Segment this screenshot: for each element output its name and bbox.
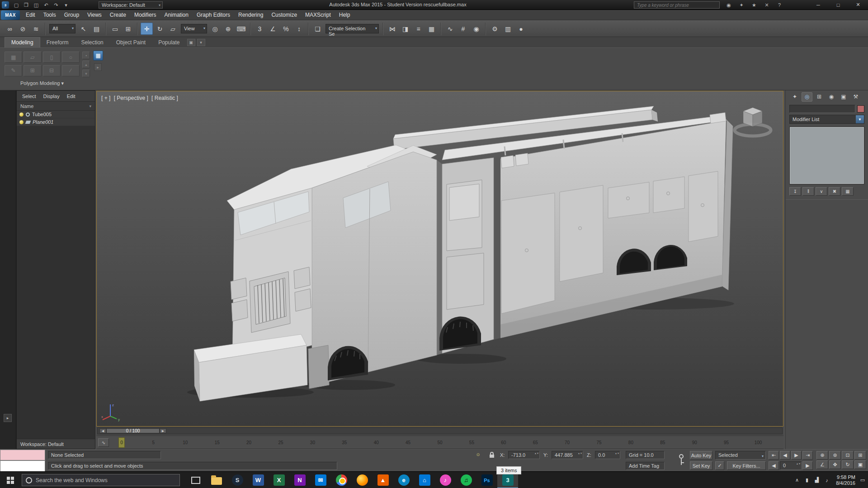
- selection-filter-dropdown[interactable]: All▾: [49, 24, 75, 33]
- chrome-icon[interactable]: [331, 472, 352, 488]
- light-bulb-icon[interactable]: [19, 113, 24, 117]
- orbit-icon[interactable]: ↻: [842, 460, 854, 469]
- mail-icon[interactable]: ✉: [310, 472, 331, 488]
- menu-maxscript[interactable]: MAXScript: [301, 10, 335, 19]
- go-to-start-button[interactable]: ⇤: [769, 451, 779, 460]
- undo-icon[interactable]: ↶: [42, 1, 51, 9]
- ribbon-panel-label[interactable]: Polygon Modeling ▾: [4, 80, 80, 86]
- help-icon[interactable]: ?: [774, 1, 785, 9]
- configure-modifier-sets-icon[interactable]: ▦: [842, 187, 854, 196]
- remove-modifier-icon[interactable]: ✖: [829, 187, 840, 196]
- expand-panel-button[interactable]: ▸: [4, 414, 12, 422]
- motion-tab-icon[interactable]: ◉: [826, 92, 837, 102]
- ribbon-tab-object-paint[interactable]: Object Paint: [110, 38, 152, 47]
- viewcube[interactable]: [732, 98, 773, 139]
- menu-views[interactable]: Views: [83, 10, 106, 19]
- select-and-scale-icon[interactable]: ▱: [167, 23, 179, 35]
- add-time-tag[interactable]: Add Time Tag: [626, 462, 665, 470]
- light-bulb-icon[interactable]: [19, 120, 24, 124]
- ribbon-toggle-icon[interactable]: ▦: [425, 23, 438, 35]
- modifier-stack[interactable]: [789, 127, 864, 184]
- viewport-pov-menu[interactable]: [ Perspective ]: [114, 95, 148, 101]
- ribbon-config-icon[interactable]: ▣: [187, 39, 195, 46]
- taskbar-search[interactable]: Search the web and Windows: [22, 474, 180, 486]
- unlink-selection-icon[interactable]: ⊘: [17, 23, 29, 35]
- select-and-manipulate-icon[interactable]: ⊕: [222, 23, 234, 35]
- menu-graph-editors[interactable]: Graph Editors: [193, 10, 234, 19]
- spinner-arrows-icon[interactable]: ▲▼: [578, 452, 582, 455]
- show-end-result-icon[interactable]: ‖: [802, 187, 814, 196]
- application-menu-button[interactable]: MAX: [1, 10, 20, 20]
- spinner-arrows-icon[interactable]: ▲▼: [615, 452, 619, 455]
- rectangular-selection-region-icon[interactable]: ▭: [109, 23, 121, 35]
- select-and-link-icon[interactable]: ∞: [4, 23, 16, 35]
- ribbon-tab-freeform[interactable]: Freeform: [40, 38, 75, 47]
- zoom-extents-icon[interactable]: ⊡: [842, 451, 854, 460]
- set-key-mode-icon[interactable]: ✓: [715, 461, 724, 470]
- battery-icon[interactable]: ▮: [802, 472, 812, 488]
- excel-icon[interactable]: X: [269, 472, 289, 488]
- menu-customize[interactable]: Customize: [267, 10, 301, 19]
- object-color-swatch[interactable]: [857, 105, 864, 113]
- bind-to-space-warp-icon[interactable]: ≋: [30, 23, 42, 35]
- zoom-icon[interactable]: ⊕: [816, 451, 828, 460]
- menu-create[interactable]: Create: [106, 10, 130, 19]
- chevron-down-icon[interactable]: ▼: [856, 115, 864, 123]
- firefox-icon[interactable]: [352, 472, 373, 488]
- schematic-view-icon[interactable]: #: [457, 23, 469, 35]
- previous-frame-button[interactable]: ◀: [780, 451, 790, 460]
- minimize-button[interactable]: ─: [808, 0, 828, 9]
- steam-icon[interactable]: S: [227, 472, 248, 488]
- menu-help[interactable]: Help: [335, 10, 354, 19]
- select-and-move-icon[interactable]: ✛: [141, 23, 153, 35]
- edit-named-selection-sets-icon[interactable]: ❏: [311, 23, 324, 35]
- make-unique-icon[interactable]: ∨: [816, 187, 827, 196]
- create-tab-icon[interactable]: ✦: [789, 92, 800, 102]
- keyboard-shortcut-override-icon[interactable]: ⌨: [235, 23, 247, 35]
- task-view-button[interactable]: [185, 472, 206, 488]
- pan-icon[interactable]: ✥: [829, 460, 841, 469]
- next-key-button[interactable]: ▶: [802, 461, 813, 470]
- reference-coordinate-system-dropdown[interactable]: View▾: [181, 24, 207, 33]
- start-button[interactable]: [0, 472, 21, 488]
- spinner-arrows-icon[interactable]: ▲▼: [796, 462, 801, 465]
- field-of-view-icon[interactable]: ∠: [816, 460, 828, 469]
- fetch-dropdown-icon[interactable]: ▾: [61, 1, 71, 9]
- truck-model[interactable]: [97, 91, 783, 426]
- volume-icon[interactable]: ♪: [822, 472, 832, 488]
- render-production-icon[interactable]: ●: [515, 23, 527, 35]
- maximize-viewport-toggle-icon[interactable]: ▣: [854, 460, 866, 469]
- isolate-selection-toggle-icon[interactable]: ☼: [476, 451, 485, 459]
- object-name-field[interactable]: [789, 105, 855, 113]
- snaps-toggle-icon[interactable]: 3: [254, 23, 266, 35]
- hierarchy-tab-icon[interactable]: ⊞: [814, 92, 825, 102]
- rendered-frame-window-icon[interactable]: ▥: [502, 23, 514, 35]
- window-crossing-icon[interactable]: ⊞: [122, 23, 134, 35]
- list-item-plane001[interactable]: Plane001: [17, 118, 95, 126]
- previous-frame-arrow[interactable]: ◀: [99, 428, 106, 433]
- ribbon-tab-populate[interactable]: Populate: [152, 38, 186, 47]
- use-pivot-point-center-icon[interactable]: ◎: [209, 23, 221, 35]
- viewport-general-menu[interactable]: [ + ]: [101, 95, 110, 101]
- menu-rendering[interactable]: Rendering: [234, 10, 267, 19]
- curve-editor-icon[interactable]: ∿: [444, 23, 456, 35]
- next-frame-arrow[interactable]: ▶: [160, 428, 166, 433]
- hidden-icons-chevron[interactable]: ∧: [792, 472, 802, 488]
- word-icon[interactable]: W: [248, 472, 269, 488]
- explorer-menu-edit[interactable]: Edit: [64, 93, 78, 100]
- track-bar[interactable]: ∿ 05101520253035404550556065707580859095…: [96, 436, 783, 449]
- show-full-ribbon-icon[interactable]: ▦: [93, 51, 103, 61]
- redo-icon[interactable]: ↷: [52, 1, 61, 9]
- angle-snap-icon[interactable]: ∠: [267, 23, 279, 35]
- explorer-menu-select[interactable]: Select: [19, 93, 39, 100]
- file-explorer-icon[interactable]: [206, 472, 227, 488]
- store-icon[interactable]: ⌂: [414, 472, 435, 488]
- ribbon-options-icon[interactable]: ▸: [94, 63, 102, 71]
- menu-animation[interactable]: Animation: [160, 10, 193, 19]
- open-file-icon[interactable]: ❒: [22, 1, 31, 9]
- x-coordinate-field[interactable]: -713.0 ▲▼: [508, 451, 540, 459]
- workspace-dropdown[interactable]: Workspace: Default ▾: [99, 1, 163, 9]
- perspective-viewport[interactable]: [ + ] [ Perspective ] [ Realistic ]: [96, 91, 783, 427]
- select-object-icon[interactable]: ↖: [77, 23, 90, 35]
- itunes-icon[interactable]: ♪: [435, 472, 456, 488]
